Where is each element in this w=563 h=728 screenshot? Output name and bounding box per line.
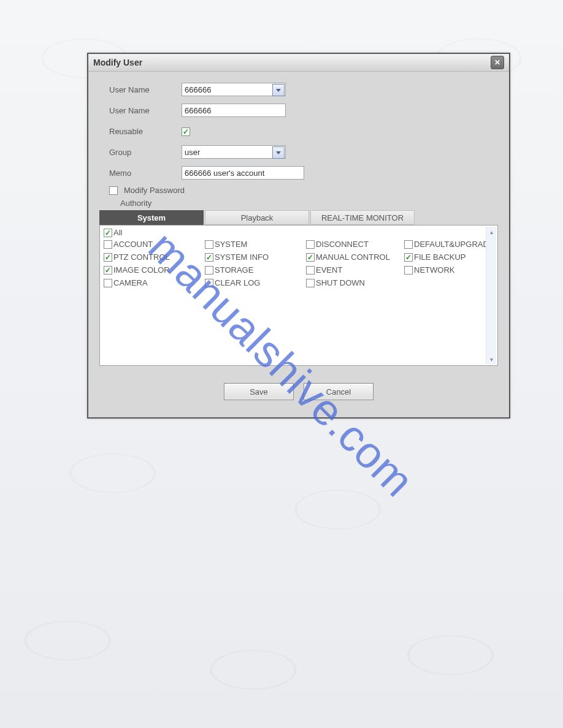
reusable-checkbox[interactable] [182,127,190,136]
authority-item-label: DISCONNECT [316,240,369,249]
authority-item-checkbox[interactable] [404,253,413,262]
authority-item-checkbox[interactable] [205,266,213,275]
group-label: Group [109,148,182,157]
authority-item: CAMERA [104,278,205,287]
authority-item-checkbox[interactable] [306,266,315,275]
authority-item: CLEAR LOG [205,278,306,287]
close-icon[interactable]: ✕ [491,56,504,69]
authority-item: SYSTEM INFO [205,252,306,262]
authority-item-label: ACCOUNT [113,240,153,249]
authority-item-label: SHUT DOWN [316,278,365,287]
authority-item: DISCONNECT [306,240,404,249]
tab-system-label: System [137,213,166,222]
tab-playback[interactable]: Playback [205,210,309,225]
authority-item-label: IMAGE COLOR [113,265,170,275]
authority-item-label: SYSTEM [215,240,247,249]
username-text-label: User Name [109,106,182,115]
authority-item-label: CAMERA [113,278,148,287]
cancel-button[interactable]: Cancel [304,383,373,400]
authority-item-checkbox[interactable] [104,279,112,287]
authority-item-checkbox[interactable] [205,240,213,249]
authority-item-checkbox[interactable] [104,266,112,275]
authority-item-checkbox[interactable] [404,266,413,275]
authority-tabs: System Playback REAL-TIME MONITOR [99,210,498,225]
authority-item-label: PTZ CONTROL [113,252,170,262]
dialog-body: User Name 666666 User Name Reusable [88,72,509,417]
tab-system[interactable]: System [99,210,204,225]
authority-item: IMAGE COLOR [104,265,205,275]
dialog-titlebar: Modify User ✕ [88,54,509,72]
scroll-down-icon[interactable]: ▾ [486,354,496,364]
authority-item-checkbox[interactable] [205,279,213,287]
dialog-title: Modify User [93,58,142,67]
memo-label: Memo [109,169,182,178]
chevron-down-icon[interactable] [272,84,285,96]
authority-item: PTZ CONTROL [104,252,205,262]
authority-item: SHUT DOWN [306,278,404,287]
authority-item-checkbox[interactable] [306,253,315,262]
authority-item: NETWORK [404,265,498,275]
authority-item-label: FILE BACKUP [414,252,466,262]
group-select-value: user [185,148,200,157]
authority-item-label: EVENT [316,265,342,275]
tab-realtime-monitor[interactable]: REAL-TIME MONITOR [310,210,415,225]
username-select[interactable]: 666666 [182,83,286,96]
username-input[interactable] [182,104,286,117]
modify-user-dialog: Modify User ✕ User Name 666666 User Name [87,53,510,419]
authority-scrollbar[interactable]: ▴ ▾ [486,227,496,364]
authority-item: DEFAULT&UPGRADE [404,240,498,249]
authority-item-label: MANUAL CONTROL [316,252,390,262]
save-button-label: Save [250,387,268,396]
username-select-label: User Name [109,85,182,94]
authority-item: STORAGE [205,265,306,275]
authority-item-label: CLEAR LOG [215,278,260,287]
authority-all-label: All [113,228,122,237]
tab-playback-label: Playback [241,213,274,222]
authority-all-checkbox[interactable] [104,229,112,237]
authority-item: SYSTEM [205,240,306,249]
authority-item-checkbox[interactable] [306,279,315,287]
authority-item: FILE BACKUP [404,252,498,262]
cancel-button-label: Cancel [326,387,351,396]
authority-item-label: STORAGE [215,265,253,275]
authority-item-checkbox[interactable] [104,253,112,262]
authority-item-checkbox[interactable] [205,253,213,262]
username-select-value: 666666 [185,85,211,94]
authority-panel: All ACCOUNTSYSTEMDISCONNECTDEFAULT&UPGRA… [99,225,498,366]
authority-item-label: NETWORK [414,265,454,275]
reusable-label: Reusable [109,127,182,136]
authority-item-checkbox[interactable] [104,240,112,249]
authority-item-checkbox[interactable] [306,240,315,249]
scroll-up-icon[interactable]: ▴ [486,227,496,237]
authority-item-label: SYSTEM INFO [215,252,269,262]
modify-password-label: Modify Password [124,186,185,195]
authority-item: ACCOUNT [104,240,205,249]
modify-password-checkbox[interactable] [109,186,118,195]
authority-item: MANUAL CONTROL [306,252,404,262]
authority-item: EVENT [306,265,404,275]
save-button[interactable]: Save [224,383,294,400]
chevron-down-icon[interactable] [272,146,285,159]
tab-realtime-label: REAL-TIME MONITOR [321,213,404,222]
memo-input[interactable] [182,166,304,180]
authority-label: Authority [120,199,498,208]
authority-item-label: DEFAULT&UPGRADE [414,240,494,249]
group-select[interactable]: user [182,145,286,159]
authority-item-checkbox[interactable] [404,240,413,249]
